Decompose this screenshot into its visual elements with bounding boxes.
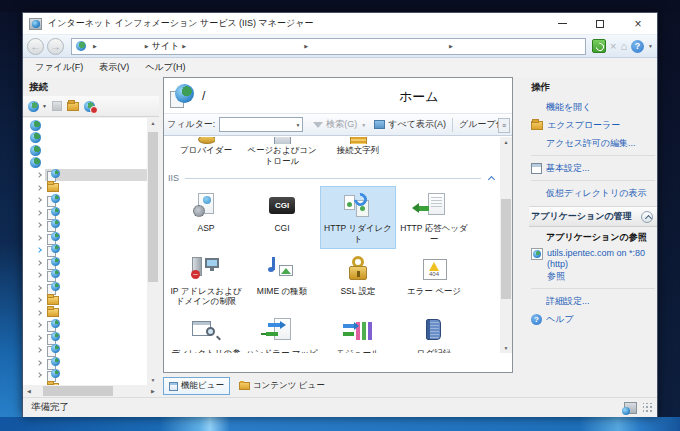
feature-provider[interactable]: プロバイダー xyxy=(168,137,244,166)
expander-icon[interactable] xyxy=(36,335,42,341)
search-button[interactable]: 検索(G) xyxy=(326,118,357,131)
help-button[interactable]: ? xyxy=(631,40,644,53)
tree-horizontal-scrollbar[interactable]: ◀ ▶ xyxy=(23,385,159,397)
expander-icon[interactable] xyxy=(36,360,42,366)
collapse-section-icon[interactable] xyxy=(488,176,495,183)
tree-row[interactable] xyxy=(23,282,147,295)
tree-row[interactable] xyxy=(23,157,147,170)
open-feature-link[interactable]: 機能を開く xyxy=(529,98,657,116)
basic-settings-link[interactable]: 基本設定... xyxy=(529,159,657,177)
content-scroll-thumb[interactable] xyxy=(501,199,511,299)
feature-handler[interactable]: ハンドラー マッピング xyxy=(244,311,320,353)
feature-module[interactable]: モジュール xyxy=(320,311,396,353)
expander-icon[interactable] xyxy=(36,272,42,278)
title-bar[interactable]: インターネット インフォメーション サービス (IIS) マネージャー × xyxy=(23,13,657,34)
advanced-settings-link[interactable]: 詳細設定... xyxy=(529,292,657,310)
tree-row[interactable] xyxy=(23,194,147,207)
tree-row[interactable] xyxy=(23,269,147,282)
feature-redirect[interactable]: HTTP リダイレクト xyxy=(320,186,396,248)
back-button[interactable]: ← xyxy=(27,38,44,55)
crumb-arrow-icon[interactable]: ▶ xyxy=(304,43,308,49)
tree-row[interactable] xyxy=(23,219,147,232)
feature-cgi[interactable]: CGICGI xyxy=(244,186,320,248)
crumb-sites-segment[interactable]: サイト xyxy=(152,40,180,53)
feature-ssl[interactable]: SSL 設定 xyxy=(320,249,396,311)
feature-asp[interactable]: ASP xyxy=(168,186,244,248)
search-dropdown-icon[interactable]: ▼ xyxy=(361,122,366,128)
scroll-down-icon[interactable]: ▼ xyxy=(500,345,512,351)
scroll-down-icon[interactable]: ▼ xyxy=(147,377,159,383)
tree-hscroll-thumb[interactable] xyxy=(43,386,113,396)
expander-icon[interactable] xyxy=(36,197,42,203)
expander-icon[interactable] xyxy=(36,247,42,253)
tree-row[interactable] xyxy=(23,357,147,370)
expander-icon[interactable] xyxy=(36,185,42,191)
menu-item[interactable]: ファイル(F) xyxy=(27,59,91,76)
group-by-select[interactable]: ≡ xyxy=(498,118,510,133)
tree-row[interactable] xyxy=(23,307,147,320)
expander-icon[interactable] xyxy=(36,347,42,353)
expander-icon[interactable] xyxy=(36,260,42,266)
tree-row[interactable] xyxy=(23,244,147,257)
menu-item[interactable]: ヘルプ(H) xyxy=(137,59,193,76)
show-all-button[interactable]: すべて表示(A) xyxy=(388,118,446,131)
tab-feature-view[interactable]: 機能ビュー xyxy=(163,377,230,395)
expander-icon[interactable] xyxy=(36,210,42,216)
tree-row[interactable] xyxy=(23,319,147,332)
tree-row[interactable] xyxy=(23,207,147,220)
tree-row[interactable] xyxy=(23,294,147,307)
home-button[interactable]: ⌂ xyxy=(620,41,627,52)
feature-mime[interactable]: MIME の種類 xyxy=(244,249,320,311)
expander-icon[interactable] xyxy=(36,222,42,228)
feature-connstr[interactable]: 接続文字列 xyxy=(320,137,396,166)
create-connection-icon[interactable] xyxy=(28,101,39,112)
tree-row[interactable] xyxy=(23,182,147,195)
stop-button[interactable]: × xyxy=(610,41,616,52)
expander-icon[interactable] xyxy=(36,310,42,316)
save-connection-icon[interactable] xyxy=(52,101,62,111)
menu-item[interactable]: 表示(V) xyxy=(91,59,137,76)
tree-scroll-thumb[interactable] xyxy=(148,132,158,282)
tree-row[interactable] xyxy=(23,144,147,157)
scroll-right-icon[interactable]: ▶ xyxy=(147,388,159,394)
filter-input[interactable]: ▼ xyxy=(219,117,303,132)
expander-icon[interactable] xyxy=(36,297,42,303)
tree-row[interactable] xyxy=(23,344,147,357)
tree-row[interactable] xyxy=(23,169,147,182)
browse-site-link[interactable]: utils.ipentec.com on *:80 (http) 参照 xyxy=(529,245,657,285)
breadcrumb[interactable]: ▶ ▶ サイト ▶ ▶ ▶ xyxy=(71,38,586,55)
tree-row[interactable] xyxy=(23,119,147,132)
refresh-button[interactable] xyxy=(592,39,606,53)
feature-dirbrowse[interactable]: ディレクトリの参照 xyxy=(168,311,244,353)
edit-permissions-link[interactable]: アクセス許可の編集... xyxy=(529,134,657,152)
feature-ip[interactable]: IP アドレスおよびドメインの制限 xyxy=(168,249,244,311)
expander-icon[interactable] xyxy=(36,172,42,178)
filter-dropdown-icon[interactable]: ▼ xyxy=(295,122,300,128)
close-button[interactable]: × xyxy=(619,13,657,34)
expander-icon[interactable] xyxy=(36,322,42,328)
crumb-arrow-icon[interactable]: ▶ xyxy=(182,43,186,49)
scroll-up-icon[interactable]: ▲ xyxy=(147,120,159,126)
maximize-button[interactable] xyxy=(581,13,619,34)
connection-dropdown-icon[interactable]: ▼ xyxy=(42,103,47,109)
help-dropdown-icon[interactable]: ▼ xyxy=(648,43,653,49)
feature-headers[interactable]: HTTP 応答ヘッダー xyxy=(396,186,472,248)
help-link[interactable]: ? ヘルプ xyxy=(529,310,657,328)
tree-row[interactable] xyxy=(23,232,147,245)
feature-error[interactable]: 404エラー ページ xyxy=(396,249,472,311)
explorer-link[interactable]: エクスプローラー xyxy=(529,116,657,134)
tree-row[interactable] xyxy=(23,332,147,345)
resize-grip[interactable] xyxy=(643,403,653,413)
tree-row[interactable] xyxy=(23,369,147,382)
tree-vertical-scrollbar[interactable]: ▲ ▼ xyxy=(147,118,159,385)
minimize-button[interactable] xyxy=(543,13,581,34)
scroll-left-icon[interactable]: ◀ xyxy=(23,388,35,394)
crumb-arrow-icon[interactable]: ▶ xyxy=(93,43,97,49)
delete-connection-icon[interactable] xyxy=(84,101,95,112)
expander-icon[interactable] xyxy=(36,235,42,241)
crumb-arrow-icon[interactable]: ▶ xyxy=(449,43,453,49)
tab-content-view[interactable]: コンテンツ ビュー xyxy=(234,378,330,394)
scroll-up-icon[interactable]: ▲ xyxy=(500,139,512,145)
view-virtual-dirs-link[interactable]: 仮想ディレクトリの表示 xyxy=(529,184,657,202)
feature-pages[interactable]: ページおよびコントロール xyxy=(244,137,320,166)
